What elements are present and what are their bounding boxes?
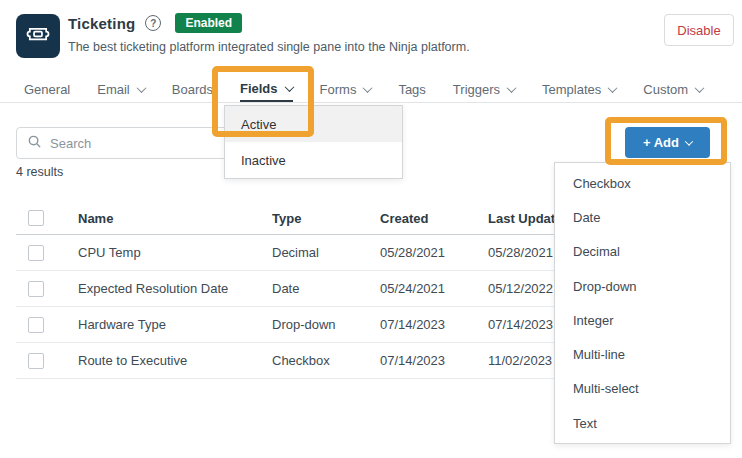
tab-label: Email xyxy=(97,82,130,97)
chevron-down-icon xyxy=(608,83,618,93)
ticketing-settings-page: Ticketing ? Enabled The best ticketing p… xyxy=(0,0,742,458)
page-title: Ticketing xyxy=(68,15,135,32)
tab-label: Templates xyxy=(542,82,601,97)
cell-name: Hardware Type xyxy=(78,317,272,332)
cell-type: Decimal xyxy=(272,245,380,260)
row-checkbox[interactable] xyxy=(28,281,44,297)
tab-triggers[interactable]: Triggers xyxy=(453,76,515,102)
tab-bar: General Email Boards Fields Forms Tags T… xyxy=(0,76,742,103)
chevron-down-icon xyxy=(363,83,373,93)
fields-dropdown-menu: Active Inactive xyxy=(224,105,403,179)
column-header-name: Name xyxy=(78,211,272,226)
tab-label: Fields xyxy=(240,81,278,96)
menu-item-checkbox[interactable]: Checkbox xyxy=(555,166,730,200)
menu-item-multi-select[interactable]: Multi-select xyxy=(555,372,730,406)
search-icon xyxy=(27,134,42,153)
cell-type: Date xyxy=(272,281,380,296)
cell-name: CPU Temp xyxy=(78,245,272,260)
cell-created: 07/14/2023 xyxy=(380,353,488,368)
menu-item-multi-line[interactable]: Multi-line xyxy=(555,337,730,371)
tab-templates[interactable]: Templates xyxy=(542,76,616,102)
tab-fields[interactable]: Fields xyxy=(240,76,293,102)
menu-item-drop-down[interactable]: Drop-down xyxy=(555,269,730,303)
menu-item-integer[interactable]: Integer xyxy=(555,303,730,337)
tab-general[interactable]: General xyxy=(24,76,70,102)
add-button-label: + Add xyxy=(643,135,679,150)
header-title-row: Ticketing ? Enabled xyxy=(68,13,242,33)
menu-item-decimal[interactable]: Decimal xyxy=(555,235,730,269)
disable-button[interactable]: Disable xyxy=(664,14,734,46)
cell-created: 07/14/2023 xyxy=(380,317,488,332)
app-description: The best ticketing platform integrated s… xyxy=(68,40,470,54)
results-count: 4 results xyxy=(16,165,63,179)
tab-email[interactable]: Email xyxy=(97,76,145,102)
tab-label: Triggers xyxy=(453,82,500,97)
cell-name: Route to Executive xyxy=(78,353,272,368)
status-badge: Enabled xyxy=(175,13,242,33)
cell-created: 05/28/2021 xyxy=(380,245,488,260)
ticket-icon xyxy=(24,20,52,52)
tab-label: Tags xyxy=(398,82,425,97)
cell-name: Expected Resolution Date xyxy=(78,281,272,296)
help-icon[interactable]: ? xyxy=(145,15,161,31)
add-dropdown-menu: Checkbox Date Decimal Drop-down Integer … xyxy=(554,162,731,444)
row-checkbox[interactable] xyxy=(28,353,44,369)
tab-boards[interactable]: Boards xyxy=(172,76,213,102)
column-header-type: Type xyxy=(272,211,380,226)
chevron-down-icon xyxy=(695,83,705,93)
cell-type: Drop-down xyxy=(272,317,380,332)
menu-item-date[interactable]: Date xyxy=(555,200,730,234)
tab-label: General xyxy=(24,82,70,97)
tab-forms[interactable]: Forms xyxy=(320,76,372,102)
row-checkbox[interactable] xyxy=(28,245,44,261)
ticketing-app-icon xyxy=(16,14,60,58)
tab-custom[interactable]: Custom xyxy=(643,76,703,102)
tab-label: Forms xyxy=(320,82,357,97)
add-button[interactable]: + Add xyxy=(625,127,710,158)
chevron-down-icon xyxy=(507,83,517,93)
chevron-down-icon xyxy=(136,83,146,93)
tab-label: Custom xyxy=(643,82,688,97)
row-checkbox[interactable] xyxy=(28,317,44,333)
tab-label: Boards xyxy=(172,82,213,97)
select-all-checkbox[interactable] xyxy=(28,210,44,226)
menu-item-active[interactable]: Active xyxy=(225,106,402,142)
tab-tags[interactable]: Tags xyxy=(398,76,425,102)
menu-item-inactive[interactable]: Inactive xyxy=(225,142,402,178)
chevron-down-icon xyxy=(685,137,693,145)
cell-created: 05/24/2021 xyxy=(380,281,488,296)
column-header-created: Created xyxy=(380,211,488,226)
menu-item-text[interactable]: Text xyxy=(555,406,730,440)
cell-type: Checkbox xyxy=(272,353,380,368)
chevron-down-icon xyxy=(284,82,294,92)
